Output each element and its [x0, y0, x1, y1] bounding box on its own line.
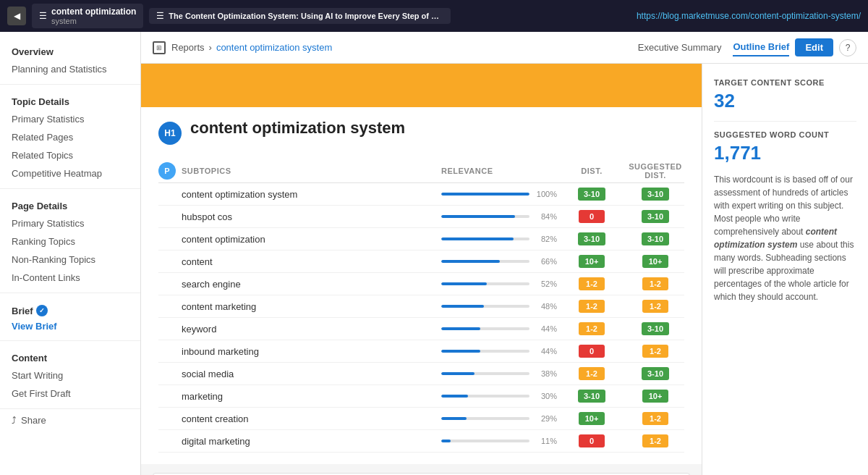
sidebar-item-competitive-heatmap[interactable]: Competitive Heatmap — [0, 164, 140, 182]
dist-value: 1-2 — [579, 300, 605, 313]
sidebar-item-related-pages[interactable]: Related Pages — [0, 128, 140, 146]
suggested-badge: 10+ — [626, 390, 684, 403]
table-row[interactable]: digital marketing 11% 0 1-2 — [158, 430, 684, 453]
relevance-pct: 52% — [534, 279, 557, 288]
sidebar-view-brief-link[interactable]: View Brief — [0, 318, 140, 335]
article-title[interactable]: content optimization system — [190, 119, 684, 138]
word-count-value: 1,771 — [714, 142, 856, 164]
content-area: H1 content optimization system P SUBTOPI… — [141, 64, 868, 475]
reports-label[interactable]: Reports — [171, 42, 205, 53]
table-row[interactable]: keyword 44% 1-2 3-10 — [158, 318, 684, 340]
suggested-value: 3-10 — [642, 322, 669, 335]
relevance-bar: 52% — [441, 279, 557, 288]
tab-executive-summary[interactable]: Executive Summary — [638, 39, 722, 56]
tab1[interactable]: ☰ content optimization system — [32, 4, 143, 28]
p-badge: P — [158, 162, 176, 180]
target-score-label: TARGET CONTENT SCORE — [714, 78, 856, 87]
sidebar-divider-2 — [0, 188, 140, 189]
topic-name: search engine — [158, 279, 435, 290]
sidebar-page-details-group: Page Details Primary Statistics Ranking … — [0, 195, 140, 287]
suggested-badge: 10+ — [626, 255, 684, 268]
col-relevance-header: RELEVANCE — [441, 167, 557, 175]
relevance-bar-fill — [441, 440, 451, 442]
help-button[interactable]: ? — [839, 39, 856, 56]
sidebar-item-non-ranking-topics[interactable]: Non-Ranking Topics — [0, 251, 140, 269]
relevance-bar-fill — [441, 215, 515, 218]
word-count-description: This wordcount is is based off of our as… — [714, 173, 856, 303]
table-row[interactable]: content marketing 48% 1-2 1-2 — [158, 295, 684, 318]
tab1-sub-title: system — [51, 17, 136, 25]
dist-value: 1-2 — [579, 322, 605, 335]
col-suggested-header: SUGGESTED DIST. — [626, 162, 684, 180]
relevance-bar-fill — [441, 305, 484, 308]
relevance-pct: 82% — [534, 235, 557, 243]
sidebar-item-ranking-topics[interactable]: Ranking Topics — [0, 232, 140, 251]
sidebar-brief-title: Brief ✓ — [0, 299, 140, 318]
suggested-badge: 3-10 — [626, 232, 684, 245]
sidebar-divider-4 — [0, 340, 140, 341]
suggested-badge: 1-2 — [626, 300, 684, 313]
table-row[interactable]: content optimization system 100% 3-10 3-… — [158, 183, 684, 206]
relevance-bar: 84% — [441, 212, 557, 221]
sidebar-item-get-first-draft[interactable]: Get First Draft — [0, 384, 140, 403]
back-button[interactable]: ◀ — [7, 7, 26, 25]
table-row[interactable]: social media 38% 1-2 3-10 — [158, 363, 684, 385]
sidebar-item-in-content-links[interactable]: In-Content Links — [0, 269, 140, 287]
topic-name: marketing — [158, 391, 435, 402]
table-row[interactable]: marketing 30% 3-10 10+ — [158, 385, 684, 408]
relevance-pct: 11% — [534, 437, 557, 445]
relevance-bar-bg — [441, 372, 529, 375]
table-row[interactable]: search engine 52% 1-2 1-2 — [158, 273, 684, 295]
url-display[interactable]: https://blog.marketmuse.com/content-opti… — [637, 11, 861, 21]
sidebar-share-button[interactable]: ⤴ Share — [0, 408, 140, 432]
relevance-bar: 38% — [441, 369, 557, 378]
brief-label: Brief — [12, 306, 33, 316]
table-row[interactable]: content optimization 82% 3-10 3-10 — [158, 228, 684, 251]
sidebar-item-planning[interactable]: Planning and Statistics — [0, 60, 140, 78]
relevance-pct: 44% — [534, 347, 557, 356]
relevance-bar-fill — [441, 350, 480, 353]
relevance-bar: 48% — [441, 302, 557, 311]
article-panel: H1 content optimization system P SUBTOPI… — [141, 64, 702, 475]
suggested-badge: 3-10 — [626, 210, 684, 223]
relevance-bar-fill — [441, 395, 468, 398]
suggested-badge: 1-2 — [626, 434, 684, 447]
topic-name: content optimization — [158, 234, 435, 245]
tab-outline-brief[interactable]: Outline Brief — [733, 38, 789, 56]
topic-name: content creation — [158, 413, 435, 424]
relevance-bar: 29% — [441, 414, 557, 423]
relevance-bar-bg — [441, 395, 529, 398]
topic-name: digital marketing — [158, 436, 435, 447]
sidebar-item-start-writing[interactable]: Start Writing — [0, 366, 140, 384]
suggested-value: 3-10 — [642, 367, 669, 380]
target-score-value: 32 — [714, 90, 856, 112]
table-row[interactable]: content 66% 10+ 10+ — [158, 251, 684, 273]
sidebar-item-primary-stats-1[interactable]: Primary Statistics — [0, 110, 140, 128]
relevance-bar-fill — [441, 260, 500, 263]
dist-badge: 3-10 — [563, 232, 621, 245]
relevance-bar-bg — [441, 327, 529, 330]
table-row[interactable]: inbound marketing 44% 0 1-2 — [158, 340, 684, 363]
dist-badge: 1-2 — [563, 277, 621, 290]
dist-badge: 10+ — [563, 255, 621, 268]
table-row[interactable]: content creation 29% 10+ 1-2 — [158, 408, 684, 430]
relevance-bar: 30% — [441, 392, 557, 400]
tab1-main-title: content optimization — [51, 7, 136, 17]
suggested-value: 1-2 — [642, 277, 668, 290]
sidebar-item-primary-stats-2[interactable]: Primary Statistics — [0, 214, 140, 232]
sidebar-page-details-title: Page Details — [0, 195, 140, 214]
sidebar-item-related-topics[interactable]: Related Topics — [0, 146, 140, 164]
share-label: Share — [21, 415, 46, 426]
relevance-pct: 44% — [534, 324, 557, 333]
breadcrumb-sep: › — [209, 42, 212, 53]
dist-value: 3-10 — [578, 232, 605, 245]
table-row[interactable]: hubspot cos 84% 0 3-10 — [158, 206, 684, 228]
sidebar-overview-title: Overview — [0, 41, 140, 60]
top-bar: ◀ ☰ content optimization system ☰ The Co… — [0, 0, 868, 32]
topic-name: keyword — [158, 324, 435, 335]
relevance-bar-bg — [441, 193, 529, 196]
suggested-value: 1-2 — [642, 300, 668, 313]
relevance-bar-bg — [441, 305, 529, 308]
tab2[interactable]: ☰ The Content Optimization System: Using… — [149, 8, 451, 24]
edit-button[interactable]: Edit — [795, 38, 833, 56]
